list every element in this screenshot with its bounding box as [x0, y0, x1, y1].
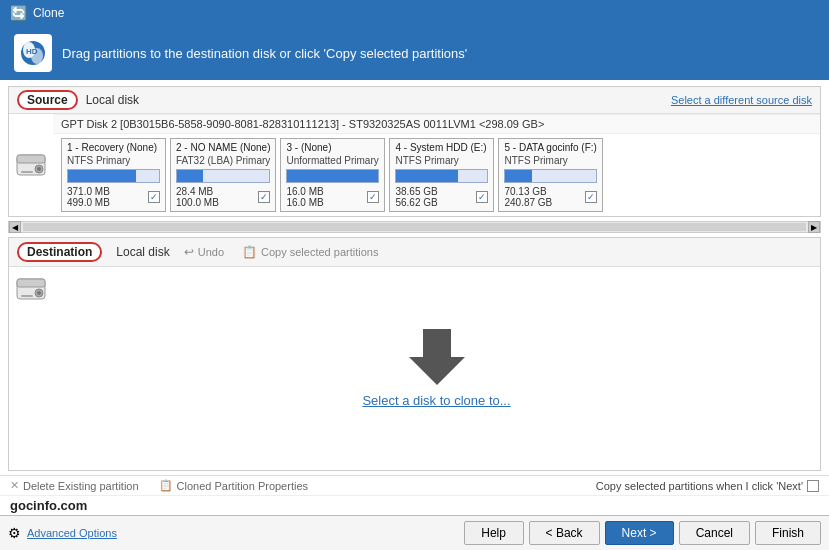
cloned-properties-label: Cloned Partition Properties — [177, 480, 308, 492]
scroll-right-btn[interactable]: ▶ — [808, 221, 820, 233]
destination-header: Destination Local disk ↩ Undo 📋 Copy sel… — [9, 238, 820, 267]
bottom-info-bar: ✕ Delete Existing partition 📋 Cloned Par… — [0, 475, 829, 495]
source-scrollbar[interactable]: ◀ ▶ — [8, 221, 821, 233]
undo-label: Undo — [198, 246, 224, 258]
partition-card-3: 3 - (None) Unformatted Primary 16.0 MB 1… — [280, 138, 385, 212]
delete-x-icon: ✕ — [10, 479, 19, 492]
partition-size2: 240.87 GB — [504, 197, 552, 208]
brand-text: gocinfo.com — [10, 498, 87, 513]
advanced-options-link[interactable]: Advanced Options — [27, 527, 117, 539]
select-source-link[interactable]: Select a different source disk — [671, 94, 812, 106]
copy-icon: 📋 — [242, 245, 257, 259]
partition-checkbox[interactable] — [367, 191, 379, 203]
arrow-shaft — [423, 329, 451, 357]
partition-size1: 70.13 GB — [504, 186, 552, 197]
destination-icon-area — [9, 267, 53, 470]
partition-size1: 16.0 MB — [286, 186, 323, 197]
arrow-head — [409, 357, 465, 385]
partition-size-row: 28.4 MB 100.0 MB — [176, 186, 270, 208]
partition-bar-fill — [177, 170, 203, 182]
delete-partition-item: ✕ Delete Existing partition — [10, 479, 139, 492]
delete-partition-label: Delete Existing partition — [23, 480, 139, 492]
destination-center: Select a disk to clone to... — [53, 267, 820, 470]
partition-size-row: 70.13 GB 240.87 GB — [504, 186, 597, 208]
partition-size1: 371.0 MB — [67, 186, 110, 197]
source-body: GPT Disk 2 [0B3015B6-5858-9090-8081-8283… — [9, 114, 820, 216]
partition-sizes: 28.4 MB 100.0 MB — [176, 186, 219, 208]
partition-card-1: 1 - Recovery (None) NTFS Primary 371.0 M… — [61, 138, 166, 212]
svg-rect-13 — [21, 295, 33, 297]
partition-card-5: 5 - DATA gocinfo (F:) NTFS Primary 70.13… — [498, 138, 603, 212]
partition-checkbox[interactable] — [476, 191, 488, 203]
window-title: Clone — [33, 6, 64, 20]
svg-point-12 — [37, 291, 41, 295]
partition-size-row: 371.0 MB 499.0 MB — [67, 186, 160, 208]
instruction-text: Drag partitions to the destination disk … — [62, 46, 467, 61]
partition-bar — [67, 169, 160, 183]
partition-size1: 28.4 MB — [176, 186, 219, 197]
cloned-properties-item: 📋 Cloned Partition Properties — [159, 479, 308, 492]
partition-type: FAT32 (LBA) Primary — [176, 155, 270, 166]
finish-button[interactable]: Finish — [755, 521, 821, 545]
undo-icon: ↩ — [184, 245, 194, 259]
destination-disk-type: Local disk — [116, 245, 169, 259]
source-disk-icon-area — [9, 114, 53, 216]
back-button[interactable]: < Back — [529, 521, 600, 545]
source-label: Source — [17, 90, 78, 110]
source-hdd-icon — [15, 149, 47, 181]
clone-app-icon: HD — [19, 39, 47, 67]
partition-title: 4 - System HDD (E:) — [395, 142, 488, 153]
main-content: HD Drag partitions to the destination di… — [0, 26, 829, 550]
destination-body: Select a disk to clone to... — [9, 267, 820, 470]
advanced-options-icon: ⚙ — [8, 525, 21, 541]
clone-icon: 🔄 — [10, 5, 27, 21]
partition-sizes: 38.65 GB 56.62 GB — [395, 186, 437, 208]
instruction-bar: HD Drag partitions to the destination di… — [0, 26, 829, 80]
svg-text:HD: HD — [26, 47, 38, 56]
partition-sizes: 70.13 GB 240.87 GB — [504, 186, 552, 208]
footer-buttons: Help < Back Next > Cancel Finish — [464, 521, 821, 545]
title-bar: 🔄 Clone — [0, 0, 829, 26]
source-section: Source Local disk Select a different sou… — [8, 86, 821, 217]
source-disk-type: Local disk — [86, 93, 139, 107]
partition-bar-fill — [287, 170, 378, 182]
partition-type: NTFS Primary — [504, 155, 597, 166]
brand-row: gocinfo.com — [0, 495, 829, 515]
copy-next-checkbox[interactable] — [807, 480, 819, 492]
partitions-container: 1 - Recovery (None) NTFS Primary 371.0 M… — [53, 134, 820, 216]
select-disk-link[interactable]: Select a disk to clone to... — [362, 393, 510, 408]
next-button[interactable]: Next > — [605, 521, 674, 545]
partition-checkbox[interactable] — [148, 191, 160, 203]
partition-title: 5 - DATA gocinfo (F:) — [504, 142, 597, 153]
partition-bar-fill — [68, 170, 136, 182]
destination-hdd-icon — [15, 273, 47, 305]
partition-type: NTFS Primary — [67, 155, 160, 166]
partition-bar-fill — [396, 170, 458, 182]
help-button[interactable]: Help — [464, 521, 524, 545]
partition-checkbox[interactable] — [258, 191, 270, 203]
partition-size-row: 38.65 GB 56.62 GB — [395, 186, 488, 208]
copy-label: Copy selected partitions — [261, 246, 378, 258]
partition-size-row: 16.0 MB 16.0 MB — [286, 186, 379, 208]
copy-action[interactable]: 📋 Copy selected partitions — [242, 245, 378, 259]
svg-rect-10 — [17, 279, 45, 287]
partition-card-4: 4 - System HDD (E:) NTFS Primary 38.65 G… — [389, 138, 494, 212]
cancel-button[interactable]: Cancel — [679, 521, 750, 545]
partition-size2: 100.0 MB — [176, 197, 219, 208]
footer: ⚙ Advanced Options Help < Back Next > Ca… — [0, 515, 829, 550]
undo-action[interactable]: ↩ Undo — [184, 245, 224, 259]
partition-checkbox[interactable] — [585, 191, 597, 203]
partition-title: 2 - NO NAME (None) — [176, 142, 270, 153]
down-arrow — [409, 329, 465, 385]
partition-type: NTFS Primary — [395, 155, 488, 166]
svg-rect-5 — [17, 155, 45, 163]
scroll-left-btn[interactable]: ◀ — [9, 221, 21, 233]
partition-bar — [286, 169, 379, 183]
partition-sizes: 16.0 MB 16.0 MB — [286, 186, 323, 208]
partition-size2: 499.0 MB — [67, 197, 110, 208]
partition-bar — [176, 169, 270, 183]
partition-card-2: 2 - NO NAME (None) FAT32 (LBA) Primary 2… — [170, 138, 276, 212]
partition-size2: 16.0 MB — [286, 197, 323, 208]
cloned-icon: 📋 — [159, 479, 173, 492]
destination-actions: ↩ Undo 📋 Copy selected partitions — [184, 245, 812, 259]
